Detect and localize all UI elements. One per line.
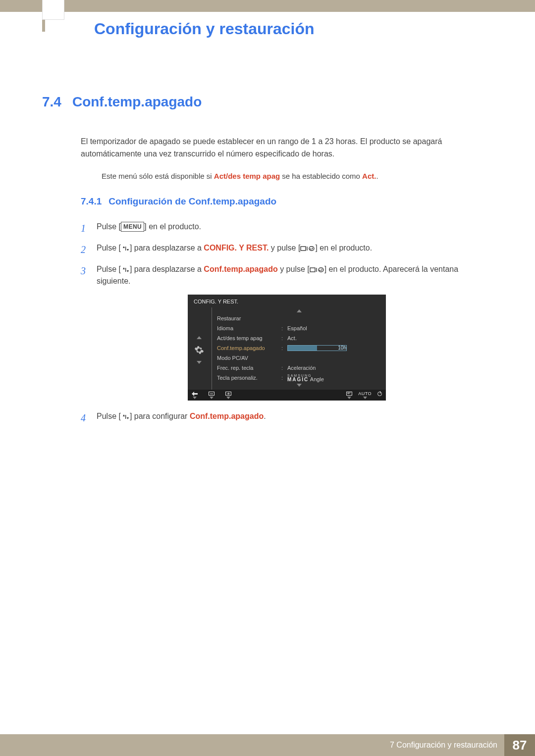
colon: : [281,365,287,371]
foot-minus-icon [209,391,214,399]
footer-strip [0,734,383,756]
svg-marker-7 [123,267,125,269]
subsection-heading: 7.4.1 Configuración de Conf.temp.apagado [81,196,493,207]
footer-page-number: 87 [504,734,535,756]
step-text: Pulse [] para desplazarse a Conf.temp.ap… [97,263,493,288]
svg-rect-5 [309,247,314,251]
note-pre: Este menú sólo está disponible si [102,172,214,180]
osd-menu-figure: CONFIG. Y REST. Restaurar [188,295,386,401]
page-tab-stub [42,0,64,20]
svg-rect-10 [310,268,315,272]
foot-plus-icon [225,391,231,399]
source-enter-icon [310,265,324,273]
osd-value: Act. [287,335,297,341]
foot-power-icon [377,391,382,399]
osd-title: CONFIG. Y REST. [188,295,386,307]
footer-chapter-label: 7 Configuración y restauración [383,734,504,756]
svg-rect-17 [125,415,126,419]
svg-marker-15 [123,414,125,416]
t: Pulse [ [97,265,121,273]
step-text: Pulse [] para desplazarse a CONFIG. Y RE… [97,242,493,257]
osd-label: Frec. rep. tecla [217,365,281,371]
t: . [264,412,266,420]
t: y pulse [ [278,265,310,273]
note-post: . [376,172,378,180]
step-4: 4 Pulse [] para configurar Conf.temp.apa… [81,410,493,426]
up-down-arrows-icon [121,265,130,273]
up-down-arrows-icon [121,244,130,252]
osd-footer: AUTO [188,390,386,401]
osd-label: Modo PC/AV [217,355,281,361]
svg-rect-12 [319,268,323,272]
chapter-title: Configuración y restauración [94,20,315,38]
t: ] para configurar [130,412,190,420]
osd-label: Tecla personaliz. [217,375,281,381]
osd-label-highlighted: Conf.temp.apagado [217,345,281,351]
osd-row-actdes: Act/des temp apag : Act. [217,333,381,343]
t: ] para desplazarse a [130,265,204,273]
osd-menu: CONFIG. Y REST. Restaurar [188,295,386,401]
colon: : [281,335,287,341]
osd-label: Act/des temp apag [217,335,281,341]
svg-rect-3 [301,247,306,251]
section-heading: 7.4 Conf.temp.apagado [42,94,493,110]
colon: : [281,345,287,351]
step-list: 1 Pulse [MENU] en el producto. 2 Pulse [… [81,221,493,426]
intro-paragraph: El temporizador de apagado se puede esta… [81,136,493,160]
gear-icon [194,345,204,355]
osd-value: Español [287,325,307,331]
osd-row-conftemp: Conf.temp.apagado : 10h [217,343,381,353]
t: ] en el producto. [315,244,372,252]
t: y pulse [ [268,244,300,252]
t: Pulse [ [97,222,121,231]
note-highlight-2: Act. [362,172,376,180]
osd-value: Aceleración [287,365,316,371]
subsection-number: 7.4.1 [81,196,102,207]
colon: : [281,375,287,381]
osd-label: Restaurar [217,315,281,321]
source-enter-icon [300,244,315,252]
list-up-icon [297,309,302,312]
osd-row-idioma: Idioma : Español [217,323,381,333]
osd-items: Restaurar Idioma : Español Act/des temp … [212,307,386,390]
menu-button-icon: MENU [121,222,144,232]
osd-slider-value: 10h [337,345,347,351]
list-down-icon [297,384,302,387]
step-number: 1 [81,221,89,236]
step-3: 3 Pulse [] para desplazarse a Conf.temp.… [81,263,493,288]
t: ] para desplazarse a [130,244,204,252]
svg-marker-0 [123,246,125,248]
subsection-title: Configuración de Conf.temp.apagado [108,196,276,207]
availability-note: Este menú sólo está disponible si Act/de… [102,170,493,182]
hl: CONFIG. Y REST. [204,244,268,252]
svg-rect-9 [125,268,126,272]
svg-marker-1 [127,249,129,251]
osd-row-frecrep: Frec. rep. tecla : Aceleración [217,363,381,373]
hl: Conf.temp.apagado [190,412,264,420]
scroll-down-icon [197,361,202,364]
osd-row-tecla: Tecla personaliz. : SAMSUNG MAGIC Angle [217,373,381,383]
brand-suffix: Angle [310,376,324,382]
step-number: 2 [81,242,89,257]
brand-main: MAGIC [287,377,309,382]
step-text: Pulse [MENU] en el producto. [97,221,493,236]
t: ] en el producto. [144,222,201,231]
colon: : [281,325,287,331]
hl: Conf.temp.apagado [204,265,277,273]
up-down-arrows-icon [121,412,130,420]
scroll-up-icon [197,336,202,339]
step-text: Pulse [] para configurar Conf.temp.apaga… [97,410,493,426]
section-number: 7.4 [42,94,61,110]
osd-value-magic-angle: SAMSUNG MAGIC Angle [287,374,324,382]
foot-back-icon [192,391,198,399]
osd-label: Idioma [217,325,281,331]
section-title: Conf.temp.apagado [72,94,202,110]
content: 7.4 Conf.temp.apagado El temporizador de… [42,94,493,432]
foot-enter-icon [346,391,352,399]
svg-rect-2 [125,247,126,251]
osd-left-column [188,307,211,390]
note-mid: se ha establecido como [280,172,362,180]
foot-auto-label: AUTO [354,391,375,399]
osd-row-modopcav: Modo PC/AV [217,353,381,363]
t: Pulse [ [97,244,121,252]
